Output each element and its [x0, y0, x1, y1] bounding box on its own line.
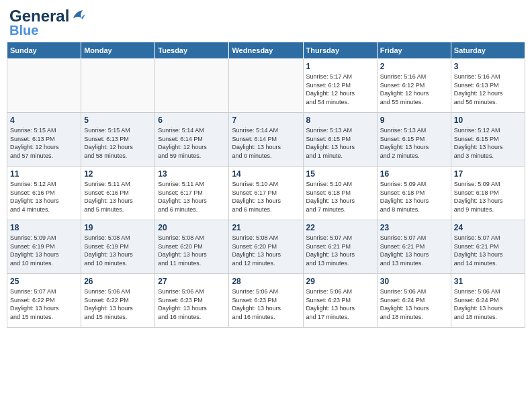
day-number: 10 [454, 116, 522, 125]
calendar-day-3: 3Sunrise: 5:16 AM Sunset: 6:13 PM Daylig… [451, 59, 525, 113]
calendar-day-16: 16Sunrise: 5:09 AM Sunset: 6:18 PM Dayli… [377, 167, 451, 220]
calendar-day-29: 29Sunrise: 5:06 AM Sunset: 6:23 PM Dayli… [303, 274, 377, 328]
day-number: 31 [454, 277, 522, 286]
calendar-day-20: 20Sunrise: 5:08 AM Sunset: 6:20 PM Dayli… [155, 220, 229, 274]
logo-bird-icon [71, 9, 85, 21]
day-number: 3 [454, 62, 522, 71]
calendar-day-12: 12Sunrise: 5:11 AM Sunset: 6:16 PM Dayli… [81, 167, 155, 220]
calendar-day-19: 19Sunrise: 5:08 AM Sunset: 6:19 PM Dayli… [81, 220, 155, 274]
calendar-day-6: 6Sunrise: 5:14 AM Sunset: 6:14 PM Daylig… [155, 113, 229, 167]
day-number: 17 [454, 169, 522, 179]
calendar-day-4: 4Sunrise: 5:15 AM Sunset: 6:13 PM Daylig… [7, 113, 81, 167]
day-number: 30 [380, 277, 448, 286]
calendar-day-14: 14Sunrise: 5:10 AM Sunset: 6:17 PM Dayli… [229, 167, 303, 220]
day-info: Sunrise: 5:16 AM Sunset: 6:13 PM Dayligh… [454, 73, 522, 106]
day-number: 12 [84, 169, 152, 179]
calendar-day-7: 7Sunrise: 5:14 AM Sunset: 6:14 PM Daylig… [229, 113, 303, 167]
day-info: Sunrise: 5:10 AM Sunset: 6:18 PM Dayligh… [306, 180, 374, 214]
day-info: Sunrise: 5:16 AM Sunset: 6:12 PM Dayligh… [380, 73, 448, 106]
calendar-day-28: 28Sunrise: 5:06 AM Sunset: 6:23 PM Dayli… [229, 274, 303, 328]
calendar-day-27: 27Sunrise: 5:06 AM Sunset: 6:23 PM Dayli… [155, 274, 229, 328]
day-info: Sunrise: 5:07 AM Sunset: 6:21 PM Dayligh… [306, 234, 374, 267]
weekday-header-friday: Friday [377, 42, 451, 59]
day-info: Sunrise: 5:09 AM Sunset: 6:18 PM Dayligh… [454, 180, 522, 214]
calendar-day-24: 24Sunrise: 5:07 AM Sunset: 6:21 PM Dayli… [451, 220, 525, 274]
day-number: 8 [306, 116, 374, 125]
day-info: Sunrise: 5:08 AM Sunset: 6:20 PM Dayligh… [232, 234, 300, 267]
calendar-empty-cell [229, 59, 303, 113]
calendar-day-10: 10Sunrise: 5:12 AM Sunset: 6:15 PM Dayli… [451, 113, 525, 167]
day-number: 25 [10, 277, 78, 286]
calendar-day-13: 13Sunrise: 5:11 AM Sunset: 6:17 PM Dayli… [155, 167, 229, 220]
day-number: 22 [306, 223, 374, 232]
weekday-header-tuesday: Tuesday [155, 42, 229, 59]
day-number: 24 [454, 223, 522, 232]
day-number: 23 [380, 223, 448, 232]
day-info: Sunrise: 5:09 AM Sunset: 6:19 PM Dayligh… [10, 234, 78, 267]
calendar-day-15: 15Sunrise: 5:10 AM Sunset: 6:18 PM Dayli… [303, 167, 377, 220]
day-info: Sunrise: 5:14 AM Sunset: 6:14 PM Dayligh… [158, 126, 226, 160]
calendar-week-row: 1Sunrise: 5:17 AM Sunset: 6:12 PM Daylig… [7, 59, 525, 113]
calendar-table: SundayMondayTuesdayWednesdayThursdayFrid… [7, 42, 525, 328]
day-info: Sunrise: 5:07 AM Sunset: 6:21 PM Dayligh… [454, 234, 522, 267]
day-info: Sunrise: 5:08 AM Sunset: 6:19 PM Dayligh… [84, 234, 152, 267]
calendar-day-5: 5Sunrise: 5:15 AM Sunset: 6:13 PM Daylig… [81, 113, 155, 167]
day-info: Sunrise: 5:14 AM Sunset: 6:14 PM Dayligh… [232, 126, 300, 160]
calendar-day-22: 22Sunrise: 5:07 AM Sunset: 6:21 PM Dayli… [303, 220, 377, 274]
calendar-day-9: 9Sunrise: 5:13 AM Sunset: 6:15 PM Daylig… [377, 113, 451, 167]
day-number: 21 [232, 223, 300, 232]
day-number: 20 [158, 223, 226, 232]
day-number: 28 [232, 277, 300, 286]
calendar-week-row: 4Sunrise: 5:15 AM Sunset: 6:13 PM Daylig… [7, 113, 525, 167]
day-info: Sunrise: 5:15 AM Sunset: 6:13 PM Dayligh… [10, 126, 78, 160]
day-info: Sunrise: 5:06 AM Sunset: 6:23 PM Dayligh… [306, 287, 374, 321]
day-number: 6 [158, 116, 226, 125]
calendar-week-row: 18Sunrise: 5:09 AM Sunset: 6:19 PM Dayli… [7, 220, 525, 274]
weekday-header-wednesday: Wednesday [229, 42, 303, 59]
day-number: 2 [380, 62, 448, 71]
day-number: 15 [306, 169, 374, 179]
day-info: Sunrise: 5:07 AM Sunset: 6:21 PM Dayligh… [380, 234, 448, 267]
calendar-week-row: 11Sunrise: 5:12 AM Sunset: 6:16 PM Dayli… [7, 167, 525, 220]
day-info: Sunrise: 5:13 AM Sunset: 6:15 PM Dayligh… [380, 126, 448, 160]
calendar-empty-cell [7, 59, 81, 113]
day-number: 1 [306, 62, 374, 71]
day-info: Sunrise: 5:06 AM Sunset: 6:24 PM Dayligh… [380, 287, 448, 321]
day-number: 9 [380, 116, 448, 125]
day-info: Sunrise: 5:11 AM Sunset: 6:17 PM Dayligh… [158, 180, 226, 214]
day-info: Sunrise: 5:12 AM Sunset: 6:16 PM Dayligh… [10, 180, 78, 214]
day-info: Sunrise: 5:15 AM Sunset: 6:13 PM Dayligh… [84, 126, 152, 160]
calendar-day-23: 23Sunrise: 5:07 AM Sunset: 6:21 PM Dayli… [377, 220, 451, 274]
calendar-day-1: 1Sunrise: 5:17 AM Sunset: 6:12 PM Daylig… [303, 59, 377, 113]
calendar-day-30: 30Sunrise: 5:06 AM Sunset: 6:24 PM Dayli… [377, 274, 451, 328]
weekday-header-monday: Monday [81, 42, 155, 59]
weekday-header-thursday: Thursday [303, 42, 377, 59]
day-number: 19 [84, 223, 152, 232]
calendar-day-21: 21Sunrise: 5:08 AM Sunset: 6:20 PM Dayli… [229, 220, 303, 274]
weekday-header-saturday: Saturday [451, 42, 525, 59]
day-info: Sunrise: 5:06 AM Sunset: 6:24 PM Dayligh… [454, 287, 522, 321]
day-info: Sunrise: 5:11 AM Sunset: 6:16 PM Dayligh… [84, 180, 152, 214]
day-info: Sunrise: 5:12 AM Sunset: 6:15 PM Dayligh… [454, 126, 522, 160]
day-number: 13 [158, 169, 226, 179]
day-info: Sunrise: 5:07 AM Sunset: 6:22 PM Dayligh… [10, 287, 78, 321]
weekday-header-sunday: Sunday [7, 42, 81, 59]
day-number: 14 [232, 169, 300, 179]
day-info: Sunrise: 5:10 AM Sunset: 6:17 PM Dayligh… [232, 180, 300, 214]
day-info: Sunrise: 5:06 AM Sunset: 6:23 PM Dayligh… [158, 287, 226, 321]
calendar-header-row: SundayMondayTuesdayWednesdayThursdayFrid… [7, 42, 525, 59]
calendar-day-26: 26Sunrise: 5:06 AM Sunset: 6:22 PM Dayli… [81, 274, 155, 328]
calendar-day-25: 25Sunrise: 5:07 AM Sunset: 6:22 PM Dayli… [7, 274, 81, 328]
logo-blue: Blue [9, 24, 38, 36]
day-info: Sunrise: 5:06 AM Sunset: 6:22 PM Dayligh… [84, 287, 152, 321]
day-info: Sunrise: 5:06 AM Sunset: 6:23 PM Dayligh… [232, 287, 300, 321]
calendar-day-8: 8Sunrise: 5:13 AM Sunset: 6:15 PM Daylig… [303, 113, 377, 167]
calendar-empty-cell [155, 59, 229, 113]
calendar-week-row: 25Sunrise: 5:07 AM Sunset: 6:22 PM Dayli… [7, 274, 525, 328]
day-number: 4 [10, 116, 78, 125]
day-number: 11 [10, 169, 78, 179]
logo: General Blue [9, 7, 85, 36]
page-header: General Blue [7, 7, 525, 36]
calendar-day-11: 11Sunrise: 5:12 AM Sunset: 6:16 PM Dayli… [7, 167, 81, 220]
calendar-day-18: 18Sunrise: 5:09 AM Sunset: 6:19 PM Dayli… [7, 220, 81, 274]
